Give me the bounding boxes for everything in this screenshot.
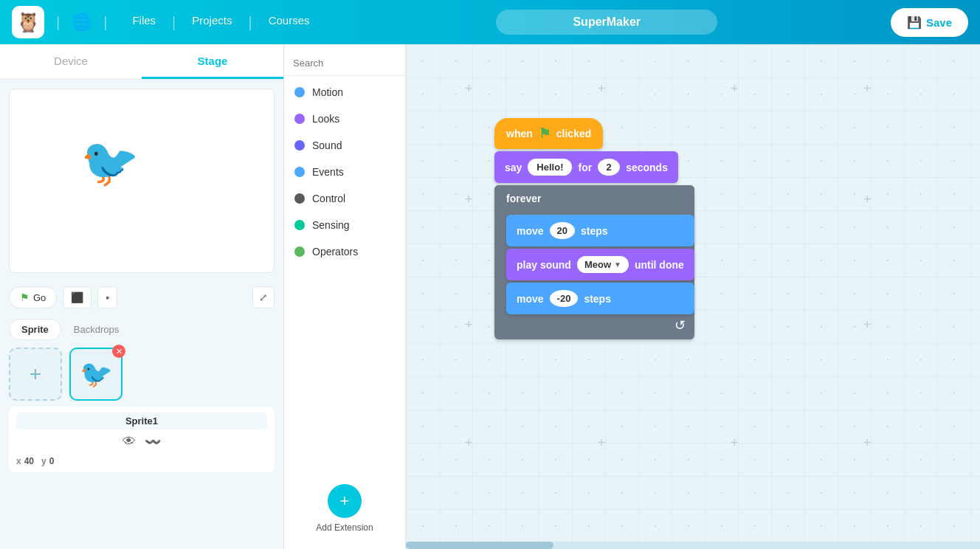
layout-split-button[interactable]: ⬛	[63, 286, 92, 308]
header-nav: Files | Projects | Courses	[119, 14, 322, 31]
save-icon: 💾	[907, 15, 922, 30]
grid-plus: +	[598, 81, 606, 97]
sprite-character: 🐦	[80, 135, 139, 190]
nav-courses[interactable]: Courses	[255, 14, 323, 31]
category-looks-label: Looks	[312, 113, 339, 125]
sprite-x-coord: x 40	[16, 456, 34, 466]
nav-files[interactable]: Files	[119, 14, 169, 31]
sprite-1-close[interactable]: ✕	[112, 345, 125, 358]
block-move-1[interactable]: move 20 steps	[506, 215, 694, 246]
owl-icon: 🦉	[16, 11, 40, 34]
workspace-scrollbar[interactable]	[406, 542, 980, 549]
add-extension[interactable]: + Add Extension	[284, 474, 405, 543]
search-input[interactable]	[293, 58, 406, 69]
until-done-label: until done	[635, 259, 684, 271]
grid-plus: +	[465, 317, 473, 333]
seconds-num-input[interactable]: 2	[598, 159, 620, 176]
save-label: Save	[926, 16, 952, 29]
category-sound-label: Sound	[312, 139, 342, 151]
block-say[interactable]: say Hello! for 2 seconds	[494, 151, 678, 183]
layout-full-button[interactable]: ▪	[97, 286, 117, 308]
for-label: for	[578, 162, 592, 173]
category-sound[interactable]: Sound	[284, 132, 405, 159]
sprite-backdrop-tabs: Sprite Backdrops	[9, 319, 275, 340]
category-events[interactable]: Events	[284, 159, 405, 185]
grid-plus: +	[731, 435, 739, 451]
blocks-stack: when ⚑ clicked say Hello! for 2 seconds …	[494, 118, 694, 339]
move2-steps-input[interactable]: -20	[550, 290, 579, 307]
grid-plus: +	[465, 81, 473, 97]
sensing-dot	[294, 220, 305, 230]
grid-plus: +	[598, 435, 606, 451]
flag-icon: ⚑	[20, 291, 30, 303]
when-label: when	[506, 128, 533, 139]
divider-2: |	[103, 14, 107, 31]
clicked-label: clicked	[556, 128, 591, 139]
sound-dropdown[interactable]: Meow ▼	[577, 256, 629, 273]
sprite-1-icon: 🐦	[80, 359, 113, 390]
fullscreen-button[interactable]: ⤢	[252, 286, 275, 308]
nav-projects[interactable]: Projects	[179, 14, 245, 31]
tab-device[interactable]: Device	[0, 44, 142, 79]
category-motion-label: Motion	[312, 86, 343, 98]
sprite-area: Sprite Backdrops + 🐦 ✕ Sprite1 👁 〰️ x	[0, 313, 283, 549]
say-label: say	[505, 162, 522, 173]
play-sound-label: play sound	[517, 259, 571, 271]
steps2-label: steps	[584, 293, 611, 305]
left-panel: Device Stage 🐦 ⚑ Go ⬛ ▪ ⤢ Sprite Backdro…	[0, 44, 284, 549]
category-looks[interactable]: Looks	[284, 106, 405, 132]
blocks-panel: 🔍 Motion Looks Sound Events Control Sens…	[284, 44, 406, 549]
y-label: y	[41, 456, 46, 466]
say-text-input[interactable]: Hello!	[528, 159, 572, 176]
block-move-2[interactable]: move -20 steps	[506, 283, 694, 314]
flag-green-icon: ⚑	[539, 125, 551, 142]
tab-stage[interactable]: Stage	[142, 44, 283, 79]
workspace[interactable]: + + + + + + + + + + + + + + + + + + when…	[406, 44, 980, 549]
add-extension-icon: +	[328, 484, 362, 518]
motion-dot	[294, 87, 305, 97]
grid-plus: +	[863, 192, 872, 207]
category-operators[interactable]: Operators	[284, 238, 405, 265]
divider-4: |	[248, 14, 252, 31]
category-sensing[interactable]: Sensing	[284, 212, 405, 238]
category-control[interactable]: Control	[284, 185, 405, 212]
stage-device-tabs: Device Stage	[0, 44, 283, 80]
sprite-icons: 👁 〰️	[16, 434, 267, 450]
control-dot	[294, 193, 305, 204]
project-title-input[interactable]	[496, 10, 717, 35]
category-control-label: Control	[312, 193, 345, 204]
forever-arrow-icon: ↺	[494, 314, 694, 334]
seconds-label: seconds	[626, 162, 668, 173]
search-bar: 🔍	[284, 50, 405, 76]
sprite-visibility-icon[interactable]: 👁	[122, 434, 136, 450]
sound-dot	[294, 140, 305, 151]
events-dot	[294, 167, 305, 177]
block-forever[interactable]: forever move 20 steps play sound Meow ▼	[494, 185, 694, 339]
x-value: 40	[24, 456, 34, 466]
divider-3: |	[172, 14, 176, 31]
add-sprite-button[interactable]: +	[9, 348, 62, 401]
app-header: 🦉 | 🌐 | Files | Projects | Courses 💾 Sav…	[0, 0, 980, 44]
category-motion[interactable]: Motion	[284, 79, 405, 106]
move-steps-input[interactable]: 20	[550, 222, 575, 239]
block-when-clicked[interactable]: when ⚑ clicked	[494, 118, 603, 149]
stage-controls: ⚑ Go ⬛ ▪ ⤢	[0, 282, 283, 313]
category-sensing-label: Sensing	[312, 219, 350, 231]
sprite-info: Sprite1 👁 〰️ x 40 y 0	[9, 407, 275, 472]
globe-icon[interactable]: 🌐	[72, 13, 92, 32]
go-button[interactable]: ⚑ Go	[9, 286, 57, 308]
operators-dot	[294, 246, 305, 257]
backdrops-tab[interactable]: Backdrops	[61, 319, 131, 340]
sprite-card-1[interactable]: 🐦 ✕	[69, 348, 122, 401]
sprite-tab[interactable]: Sprite	[9, 319, 61, 340]
app-logo: 🦉	[12, 6, 44, 38]
sprite-show-icon[interactable]: 〰️	[145, 434, 161, 450]
meow-label: Meow	[584, 259, 611, 270]
grid-plus: +	[465, 192, 473, 207]
title-container	[332, 10, 882, 35]
scrollbar-thumb[interactable]	[406, 542, 553, 549]
x-label: x	[16, 456, 21, 466]
move-label: move	[517, 225, 544, 237]
save-button[interactable]: 💾 Save	[891, 8, 968, 37]
block-play-sound[interactable]: play sound Meow ▼ until done	[506, 249, 694, 280]
